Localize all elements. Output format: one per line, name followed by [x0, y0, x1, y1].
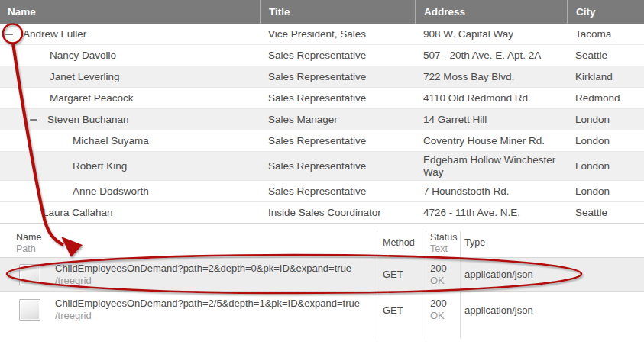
tree-name-cell: Margaret Peacock: [0, 88, 260, 108]
tree-name-cell: Janet Leverling: [0, 66, 260, 87]
net-header-name: Name: [16, 232, 377, 244]
employee-name: Robert King: [73, 160, 127, 172]
network-header: Name Path Method Status Text Type: [0, 231, 644, 256]
table-row[interactable]: Laura Callahan Inside Sales Coordinator …: [0, 202, 644, 224]
column-separator: [460, 231, 461, 338]
city-cell-text: Tacoma: [575, 28, 611, 40]
tree-name-cell: Nancy Davolio: [0, 45, 260, 66]
address-cell: Coventry House Miner Rd.: [415, 130, 567, 151]
address-cell-text: 4726 - 11th Ave. N.E.: [423, 207, 520, 219]
column-header-name[interactable]: Name: [0, 0, 260, 24]
employee-name: Laura Callahan: [43, 207, 113, 219]
request-url: ChildEmployeesOnDemand?path=2/5&depth=1&…: [55, 298, 360, 310]
tree-name-cell: Michael Suyama: [0, 130, 260, 151]
address-cell: Edgeham Hollow Winchester Way: [415, 152, 567, 180]
title-cell: Sales Representative: [260, 152, 415, 180]
city-cell: London: [567, 109, 644, 130]
collapse-minus-icon[interactable]: [30, 119, 37, 121]
request-path: /treegrid: [55, 310, 360, 322]
address-cell: 507 - 20th Ave. E. Apt. 2A: [415, 45, 567, 66]
employees-treegrid: Name Title Address City Andrew Fuller Vi…: [0, 0, 644, 224]
net-column-type[interactable]: Type: [460, 231, 644, 256]
address-cell: 7 Houndstooth Rd.: [415, 181, 567, 201]
collapse-minus-icon[interactable]: [5, 34, 13, 35]
net-column-name-path[interactable]: Name Path: [0, 231, 377, 256]
request-method: GET: [383, 304, 403, 316]
address-cell-text: 14 Garrett Hill: [423, 114, 487, 126]
network-requests-panel: Name Path Method Status Text Type ChildE…: [0, 231, 644, 326]
address-cell-text: 4110 Old Redmond Rd.: [423, 92, 531, 105]
net-status-cell: 200 OK: [426, 263, 460, 287]
table-row[interactable]: Anne Dodsworth Sales Representative 7 Ho…: [0, 181, 644, 202]
request-type: application/json: [464, 269, 533, 280]
city-cell-text: Seattle: [575, 50, 607, 62]
request-status-text: OK: [430, 310, 445, 322]
net-header-method: Method: [383, 237, 426, 250]
column-header-title[interactable]: Title: [260, 0, 415, 24]
title-cell: Inside Sales Coordinator: [260, 202, 415, 223]
request-path: /treegrid: [55, 275, 351, 287]
net-column-status[interactable]: Status Text: [426, 231, 460, 256]
table-row[interactable]: Robert King Sales Representative Edgeham…: [0, 152, 644, 181]
employee-name: Janet Leverling: [50, 71, 120, 83]
table-row[interactable]: Janet Leverling Sales Representative 722…: [0, 66, 644, 88]
city-cell: Redmond: [567, 88, 644, 108]
title-cell-text: Inside Sales Coordinator: [268, 207, 381, 219]
net-status-cell: 200 OK: [426, 298, 460, 322]
network-body: ChildEmployeesOnDemand?path=2&depth=0&pk…: [0, 257, 644, 326]
address-cell-text: Edgeham Hollow Winchester Way: [423, 154, 561, 179]
tree-name-cell: Steven Buchanan: [0, 109, 260, 130]
net-method-cell: GET: [377, 304, 426, 316]
employee-name: Anne Dodsworth: [73, 185, 149, 198]
table-row[interactable]: Nancy Davolio Sales Representative 507 -…: [0, 45, 644, 66]
city-cell-text: Redmond: [575, 92, 620, 105]
net-header-path: Path: [16, 243, 377, 256]
column-header-address[interactable]: Address: [415, 0, 567, 24]
tree-name-cell: Andrew Fuller: [0, 24, 260, 44]
employee-name: Michael Suyama: [73, 135, 149, 147]
net-header-status-text: Text: [430, 243, 460, 256]
file-icon: [19, 299, 40, 321]
city-cell-text: London: [575, 160, 610, 172]
address-cell-text: 908 W. Capital Way: [423, 28, 513, 40]
column-separator: [377, 231, 377, 338]
address-cell: 14 Garrett Hill: [415, 109, 567, 130]
city-cell-text: London: [575, 114, 610, 126]
net-column-method[interactable]: Method: [377, 231, 426, 256]
net-name-cell: ChildEmployeesOnDemand?path=2&depth=0&pk…: [0, 263, 377, 287]
title-cell: Sales Representative: [260, 66, 415, 87]
table-row[interactable]: Margaret Peacock Sales Representative 41…: [0, 88, 644, 109]
employee-name: Andrew Fuller: [23, 28, 86, 40]
tree-name-cell: Robert King: [0, 152, 260, 180]
request-method: GET: [383, 269, 403, 280]
request-url: ChildEmployeesOnDemand?path=2&depth=0&pk…: [55, 263, 351, 275]
city-cell: Seattle: [567, 45, 644, 66]
network-request-row[interactable]: ChildEmployeesOnDemand?path=2&depth=0&pk…: [0, 257, 644, 292]
request-status-code: 200: [430, 298, 447, 310]
city-cell: London: [567, 181, 644, 201]
city-cell-text: London: [575, 185, 610, 198]
title-cell-text: Sales Representative: [268, 135, 366, 147]
address-cell-text: Coventry House Miner Rd.: [423, 135, 545, 147]
treegrid-header: Name Title Address City: [0, 0, 644, 24]
city-cell: Kirkland: [567, 66, 644, 87]
address-cell: 908 W. Capital Way: [415, 24, 567, 44]
address-cell-text: 507 - 20th Ave. E. Apt. 2A: [423, 50, 541, 62]
title-cell-text: Sales Representative: [268, 160, 366, 172]
city-cell-text: London: [575, 135, 610, 147]
table-row[interactable]: Steven Buchanan Sales Manager 14 Garrett…: [0, 109, 644, 130]
table-row[interactable]: Andrew Fuller Vice President, Sales 908 …: [0, 24, 644, 45]
address-cell: 4726 - 11th Ave. N.E.: [415, 202, 567, 223]
city-cell-text: Kirkland: [575, 71, 613, 83]
column-header-city[interactable]: City: [567, 0, 644, 24]
net-type-cell: application/json: [460, 269, 644, 280]
title-cell-text: Sales Representative: [268, 71, 366, 83]
address-cell-text: 722 Moss Bay Blvd.: [423, 71, 514, 83]
network-request-row[interactable]: ChildEmployeesOnDemand?path=2/5&depth=1&…: [0, 294, 644, 326]
title-cell: Sales Manager: [260, 109, 415, 130]
title-cell-text: Sales Representative: [268, 185, 366, 198]
tree-name-cell: Anne Dodsworth: [0, 181, 260, 201]
table-row[interactable]: Michael Suyama Sales Representative Cove…: [0, 130, 644, 152]
treegrid-body: Andrew Fuller Vice President, Sales 908 …: [0, 24, 644, 224]
employee-name: Margaret Peacock: [50, 92, 134, 105]
